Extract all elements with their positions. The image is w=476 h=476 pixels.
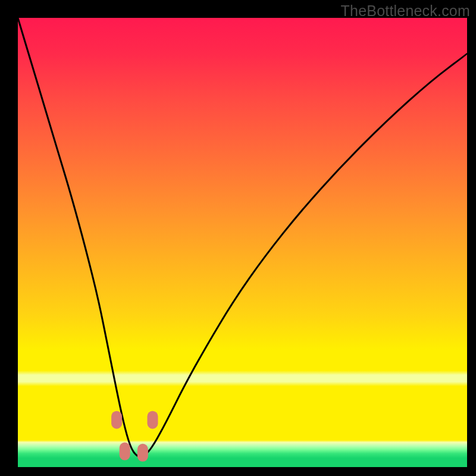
curve-path	[18, 18, 467, 457]
watermark-text: TheBottleneck.com	[341, 2, 470, 20]
bottleneck-curve	[18, 18, 467, 467]
curve-marker	[137, 444, 148, 462]
curve-marker	[120, 443, 130, 461]
curve-marker	[111, 411, 122, 429]
chart-frame: TheBottleneck.com	[0, 0, 476, 476]
curve-marker	[148, 411, 158, 429]
plot-area	[18, 18, 467, 467]
